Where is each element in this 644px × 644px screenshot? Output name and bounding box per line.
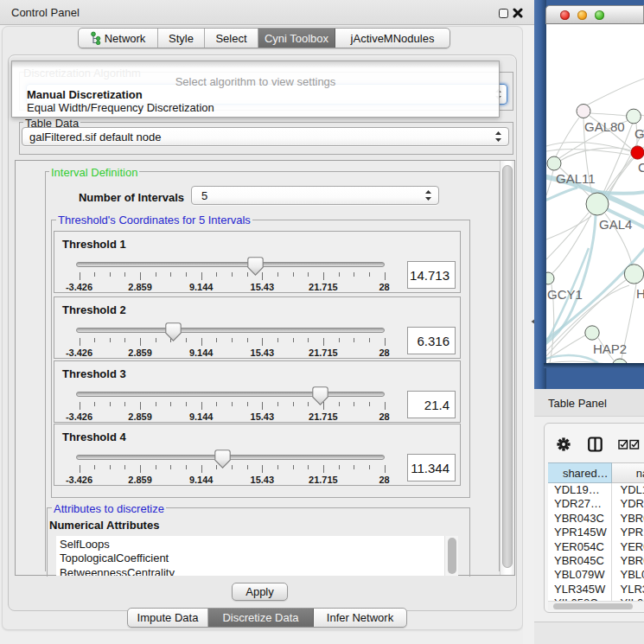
table-cell-name[interactable]: YBR043C <box>612 512 644 526</box>
tab-cyni-toolbox[interactable]: Cyni Toolbox <box>258 29 335 48</box>
network-edge[interactable] <box>603 158 632 196</box>
attributes-list-items: SelfLoopsTopologicalCoefficientBetweenne… <box>56 536 458 576</box>
table-row[interactable]: YBR045CYBR045C <box>548 554 644 568</box>
network-node-HAP2[interactable] <box>585 326 599 340</box>
tab-jactivemnodules[interactable]: jActiveMNodules <box>335 29 450 48</box>
apply-button[interactable]: Apply <box>232 583 288 601</box>
threshold-value-field[interactable]: 21.4 <box>407 391 456 418</box>
table-cell-shared-name[interactable]: YDR27… <box>548 497 612 511</box>
table-header-row: shared…name <box>548 462 644 483</box>
network-edge[interactable] <box>552 214 591 274</box>
table-cell-shared-name[interactable]: YBR043C <box>548 512 612 526</box>
gear-icon[interactable] <box>557 437 571 451</box>
attribute-list-item[interactable]: TopologicalCoefficient <box>56 552 458 565</box>
table-cell-shared-name[interactable]: YBL079W <box>548 568 612 582</box>
table-cell-name[interactable]: YLR345W <box>612 583 644 596</box>
network-window-titlebar[interactable] <box>545 5 644 24</box>
network-edge[interactable] <box>546 213 589 259</box>
network-node-node-top-right[interactable] <box>627 109 641 124</box>
table-cell-shared-name[interactable]: YPR145W <box>548 526 612 539</box>
slider-thumb[interactable] <box>247 257 264 276</box>
network-edge-thick[interactable] <box>598 192 644 194</box>
slider-track[interactable] <box>76 328 385 333</box>
bottom-tab-impute-data[interactable]: Impute Data <box>128 609 208 627</box>
table-row[interactable]: YER054CYER054C <box>548 540 644 554</box>
network-node-label: H <box>636 286 644 301</box>
table-cell-name[interactable]: YBL079W <box>612 568 644 582</box>
network-node-GAL11[interactable] <box>547 156 561 170</box>
bottom-tab-discretize-data[interactable]: Discretize Data <box>208 609 314 627</box>
attribute-list-item[interactable]: BetweennessCentrality <box>56 566 458 576</box>
close-icon[interactable] <box>513 8 523 18</box>
popup-placeholder-item[interactable]: Select algorithm to view settings <box>16 75 495 88</box>
zoom-traffic-light-icon[interactable] <box>595 10 604 20</box>
network-edge[interactable] <box>546 149 629 155</box>
network-node-red-node[interactable] <box>631 146 644 159</box>
float-window-icon[interactable] <box>499 9 508 18</box>
network-node-GCY1[interactable] <box>546 272 554 284</box>
slider-track[interactable] <box>76 392 385 397</box>
network-edge[interactable] <box>586 79 644 105</box>
slider-thumb[interactable] <box>312 386 328 405</box>
table-row[interactable]: YLR345WYLR345W <box>548 583 644 596</box>
network-node-node-right-h[interactable] <box>624 265 643 284</box>
slider-minor-tick <box>308 402 309 406</box>
table-cell-name[interactable]: YDL194W <box>612 483 644 497</box>
slider-minor-tick <box>186 338 187 342</box>
table-cell-name[interactable]: YER054C <box>612 540 644 554</box>
network-edge-thick[interactable] <box>546 188 577 201</box>
network-view-canvas[interactable]: GAL80GACGAL11GAL4GCY1HHAP2 <box>546 24 644 363</box>
table-cell-shared-name[interactable]: YBR045C <box>548 554 612 568</box>
network-node-GAL80[interactable] <box>577 105 590 118</box>
slider-minor-tick <box>94 402 95 406</box>
threshold-value-field[interactable]: 14.713 <box>407 261 456 289</box>
table-row[interactable]: YDR27…YDR277C <box>548 497 644 511</box>
split-view-icon[interactable] <box>588 437 603 452</box>
bottom-tab-infer-network[interactable]: Infer Network <box>314 609 406 627</box>
network-edge[interactable] <box>546 170 553 195</box>
table-column-header[interactable]: name <box>612 462 644 483</box>
popup-item-manual[interactable]: Manual Discretization <box>27 88 495 101</box>
table-cell-name[interactable]: YPR145W <box>612 526 644 539</box>
popup-item-equal-width[interactable]: Equal Width/Frequency Discretization <box>27 101 495 114</box>
checkbox-icon[interactable] <box>629 439 640 450</box>
table-cell-name[interactable]: YBR045C <box>612 554 644 568</box>
attributes-list-scrollbar[interactable] <box>444 536 458 576</box>
network-node-GAL4[interactable] <box>586 193 609 215</box>
table-cell-shared-name[interactable]: YER054C <box>548 540 612 554</box>
top-tab-bar: NetworkStyleSelectCyni ToolboxjActiveMNo… <box>78 28 450 48</box>
threshold-value-field[interactable]: 6.316 <box>407 327 456 354</box>
attributes-list-scrollbar-thumb[interactable] <box>448 538 456 574</box>
slider-minor-tick <box>247 338 248 342</box>
table-row[interactable]: YBR043CYBR043C <box>548 512 644 526</box>
table-panel-titlebar[interactable]: Table Panel <box>534 389 644 417</box>
slider-minor-tick <box>124 272 125 277</box>
vertical-scrollbar[interactable] <box>500 161 514 575</box>
close-traffic-light-icon[interactable] <box>560 10 570 20</box>
table-horizontal-scrollbar[interactable] <box>548 601 644 610</box>
table-row[interactable]: YPR145WYPR145W <box>548 526 644 539</box>
minimize-traffic-light-icon[interactable] <box>577 10 587 20</box>
control-panel-titlebar[interactable]: Control Panel <box>0 0 534 25</box>
slider-track[interactable] <box>76 262 385 267</box>
tab-style[interactable]: Style <box>158 29 205 48</box>
slider-thumb[interactable] <box>165 322 182 341</box>
table-horizontal-scrollbar-thumb[interactable] <box>553 603 633 609</box>
checkbox-icon[interactable] <box>618 439 628 450</box>
network-edge[interactable] <box>556 118 579 156</box>
attribute-list-item[interactable]: SelfLoops <box>56 538 458 552</box>
table-cell-shared-name[interactable]: YDL19… <box>548 483 612 497</box>
table-row[interactable]: YBL079WYBL079W <box>548 568 644 582</box>
table-data-combo[interactable]: galFiltered.sif default node <box>22 127 509 146</box>
table-row[interactable]: YDL19…YDL194W <box>548 483 644 497</box>
network-edge[interactable] <box>590 113 627 116</box>
intervals-count-combo[interactable]: 5 <box>191 186 439 205</box>
table-cell-name[interactable]: YDR277C <box>612 497 644 511</box>
table-column-header[interactable]: shared… <box>548 462 612 483</box>
tab-network[interactable]: Network <box>79 29 158 48</box>
tab-select[interactable]: Select <box>205 29 258 48</box>
slider-thumb[interactable] <box>214 450 231 469</box>
table-cell-shared-name[interactable]: YLR345W <box>548 583 612 596</box>
threshold-value-field[interactable]: 11.344 <box>407 454 456 481</box>
vertical-scrollbar-thumb[interactable] <box>502 165 513 568</box>
